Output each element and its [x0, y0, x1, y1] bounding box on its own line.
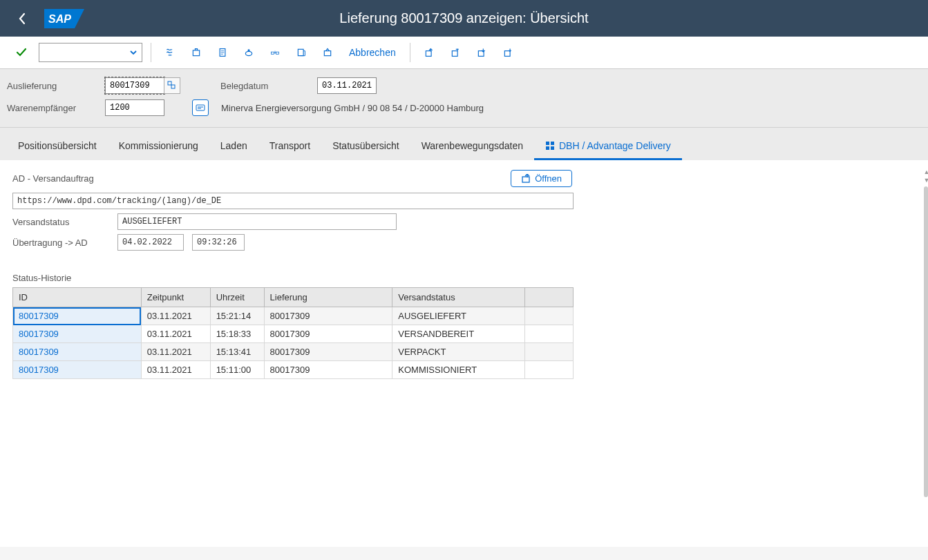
cell-id[interactable]: 80017309 [13, 307, 142, 325]
cell-empty [525, 343, 574, 361]
cell-status: AUSGELIEFERT [392, 307, 525, 325]
tab-dbh-label: DBH / Advantage Delivery [559, 140, 671, 151]
cell-empty [525, 307, 574, 325]
svg-point-7 [245, 51, 252, 55]
output-icon[interactable] [291, 43, 312, 62]
status-history-table: ID Zeitpunkt Uhrzeit Lieferung Versandst… [12, 287, 574, 379]
col-clock[interactable]: Uhrzeit [210, 288, 264, 307]
check-icon [15, 46, 28, 59]
ship-to-input[interactable] [105, 99, 164, 116]
services-icon[interactable] [317, 43, 338, 62]
open-button[interactable]: Öffnen [511, 170, 572, 187]
shipment-status-field: AUSGELIEFERT [117, 213, 397, 230]
tab-goods-movement[interactable]: Warenbewegungsdaten [410, 135, 534, 160]
cell-date: 03.11.2021 [141, 325, 210, 343]
open-label: Öffnen [535, 173, 562, 184]
svg-rect-24 [546, 146, 549, 150]
col-status[interactable]: Versandstatus [392, 288, 525, 307]
import2-icon[interactable] [498, 43, 518, 62]
cell-delivery: 80017309 [264, 325, 392, 343]
transfer-time-field: 09:32:26 [192, 234, 245, 251]
ship-to-detail-button[interactable] [192, 99, 209, 116]
serial-icon[interactable] [265, 43, 285, 62]
table-row[interactable]: 8001730903.11.202115:18:3380017309VERSAN… [13, 325, 574, 343]
pack-icon[interactable] [186, 43, 207, 62]
document-date-input[interactable] [317, 77, 377, 94]
cell-empty [525, 325, 574, 343]
cell-delivery: 80017309 [264, 361, 392, 379]
tab-status[interactable]: Statusübersicht [321, 135, 410, 160]
application-toolbar: Abbrechen [0, 37, 928, 69]
label-shipment-status: Versandstatus [12, 217, 117, 227]
confirm-button[interactable] [10, 44, 33, 61]
grid-icon [545, 141, 555, 151]
label-outbound-delivery: Auslieferung [7, 81, 105, 91]
tab-item-overview[interactable]: Positionsübersicht [7, 135, 108, 160]
svg-text:SAP: SAP [48, 13, 71, 25]
col-timepoint[interactable]: Zeitpunkt [141, 288, 210, 307]
svg-rect-26 [522, 177, 529, 182]
group-title: AD - Versandauftrag [12, 173, 94, 184]
label-ship-to: Warenempfänger [7, 103, 105, 113]
tab-transport[interactable]: Transport [258, 135, 321, 160]
command-dropdown[interactable] [39, 43, 142, 62]
cell-delivery: 80017309 [264, 343, 392, 361]
cell-time: 15:11:00 [210, 361, 264, 379]
cell-date: 03.11.2021 [141, 307, 210, 325]
chevron-left-icon [18, 12, 26, 25]
svg-rect-22 [546, 142, 549, 145]
svg-rect-16 [504, 51, 510, 57]
label-transfer-ad: Übertragung -> AD [12, 238, 117, 248]
svg-rect-18 [171, 85, 175, 88]
table-row[interactable]: 8001730903.11.202115:13:4180017309VERPAC… [13, 343, 574, 361]
cell-id[interactable]: 80017309 [13, 325, 142, 343]
svg-rect-23 [551, 142, 554, 145]
page-title: Lieferung 80017309 anzeigen: Übersicht [339, 10, 588, 26]
table-row[interactable]: 8001730903.11.202115:21:1480017309AUSGEL… [13, 307, 574, 325]
svg-rect-19 [196, 105, 205, 110]
tab-loading[interactable]: Laden [209, 135, 258, 160]
export2-icon[interactable] [445, 43, 466, 62]
col-delivery[interactable]: Lieferung [264, 288, 392, 307]
incompletion-icon[interactable] [238, 43, 259, 62]
export-icon[interactable] [419, 43, 439, 62]
cell-date: 03.11.2021 [141, 343, 210, 361]
cell-id[interactable]: 80017309 [13, 343, 142, 361]
cell-id[interactable]: 80017309 [13, 361, 142, 379]
header-details-icon[interactable] [160, 43, 180, 62]
svg-rect-9 [272, 52, 274, 54]
cell-delivery: 80017309 [264, 307, 392, 325]
back-button[interactable] [12, 10, 32, 28]
col-id[interactable]: ID [13, 288, 142, 307]
tab-strip: Positionsübersicht Kommissionierung Lade… [0, 128, 928, 160]
tab-content: AD - Versandauftrag Öffnen https://www.d… [0, 160, 928, 547]
tab-picking[interactable]: Kommissionierung [108, 135, 209, 160]
import-icon[interactable] [471, 43, 492, 62]
document-icon[interactable] [212, 43, 233, 62]
outbound-delivery-input[interactable] [105, 77, 164, 94]
cell-time: 15:21:14 [210, 307, 264, 325]
separator [410, 43, 410, 62]
svg-rect-11 [298, 49, 303, 55]
detail-icon [196, 104, 205, 111]
chevron-down-icon [129, 48, 138, 57]
svg-rect-14 [452, 51, 457, 57]
open-icon [521, 174, 531, 184]
tracking-url-field[interactable]: https://www.dpd.com/tracking/(lang)/de_D… [12, 193, 574, 209]
status-history-label: Status-Historie [12, 273, 916, 283]
separator [151, 43, 151, 62]
transfer-date-field: 04.02.2022 [117, 234, 184, 251]
tab-dbh[interactable]: DBH / Advantage Delivery [534, 135, 682, 160]
vertical-scrollbar[interactable]: ▲▼ [924, 168, 928, 514]
cell-date: 03.11.2021 [141, 361, 210, 379]
cancel-button[interactable]: Abbrechen [343, 44, 401, 61]
cell-status: VERSANDBEREIT [392, 325, 525, 343]
cell-empty [525, 361, 574, 379]
f4-help-button[interactable] [164, 77, 180, 94]
sap-logo: SAP [44, 9, 84, 28]
svg-rect-10 [276, 52, 279, 54]
table-row[interactable]: 8001730903.11.202115:11:0080017309KOMMIS… [13, 361, 574, 379]
header-form: Auslieferung Belegdatum Warenempfänger M… [0, 69, 928, 128]
svg-rect-2 [193, 50, 199, 56]
svg-rect-17 [168, 81, 171, 85]
